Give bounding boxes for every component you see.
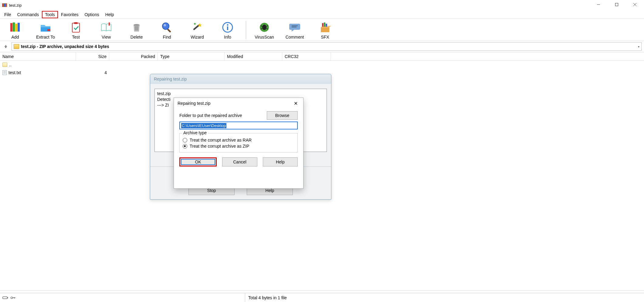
toolbar: Add Extract To Test View Delete Find Wiz…	[0, 19, 644, 41]
menu-help[interactable]: Help	[102, 11, 117, 18]
svg-rect-36	[292, 26, 298, 26]
file-name: test.txt	[8, 70, 21, 75]
svg-rect-18	[135, 26, 136, 30]
tool-label: Add	[12, 35, 19, 39]
dialog-title: Repairing test.zip	[178, 101, 210, 106]
comment-icon	[288, 21, 301, 34]
menubar: File Commands Tools Favorites Options He…	[0, 10, 644, 19]
chevron-down-icon[interactable]: ▾	[638, 45, 639, 48]
tool-find[interactable]: Find	[155, 21, 179, 39]
tool-label: View	[102, 35, 111, 39]
maximize-button[interactable]	[608, 0, 626, 9]
tool-view[interactable]: View	[94, 21, 118, 39]
folder-path-input[interactable]: C:\Users\IEUser\Desktop	[179, 122, 298, 129]
minimize-button[interactable]	[589, 0, 608, 9]
svg-rect-6	[615, 3, 618, 6]
list-item-parent[interactable]: ..	[0, 61, 644, 69]
svg-rect-3	[4, 4, 5, 7]
tool-wizard[interactable]: Wizard	[185, 21, 209, 39]
svg-rect-46	[15, 297, 15, 298]
menu-options[interactable]: Options	[81, 11, 102, 18]
bug-icon	[258, 21, 271, 34]
address-path: test.zip - ZIP archive, unpacked size 4 …	[21, 44, 109, 49]
repair-options-dialog: Repairing test.zip ✕ Folder to put the r…	[174, 98, 303, 189]
radio-rar[interactable]: Treat the corrupt archive as RAR	[183, 138, 294, 142]
folder-icon	[14, 44, 19, 49]
svg-rect-13	[47, 29, 50, 31]
folder-label: Folder to put the repaired archive	[179, 113, 242, 118]
folder-path-value: C:\Users\IEUser\Desktop	[181, 123, 226, 128]
box-books-icon	[318, 21, 332, 34]
tool-info[interactable]: Info	[215, 21, 240, 39]
col-modified[interactable]: Modified	[225, 52, 282, 60]
browse-button[interactable]: Browse	[267, 111, 298, 120]
svg-rect-12	[18, 23, 20, 32]
statusbar: Total 4 bytes in 1 file	[0, 293, 644, 302]
svg-rect-39	[322, 23, 324, 27]
svg-rect-19	[136, 26, 137, 30]
svg-rect-1	[2, 4, 3, 7]
svg-rect-9	[10, 23, 12, 32]
column-headers: Name Size Packed Type Modified CRC32	[0, 52, 644, 61]
window-title: test.zip	[9, 3, 22, 8]
tool-comment[interactable]: Comment	[283, 21, 307, 39]
svg-rect-16	[109, 22, 110, 26]
tool-label: SFX	[321, 35, 329, 39]
close-button[interactable]	[626, 0, 644, 9]
folder-open-icon	[39, 21, 52, 34]
tool-label: Extract To	[36, 35, 55, 39]
radio-label: Treat the corrupt archive as RAR	[190, 138, 252, 142]
radio-icon	[183, 138, 187, 142]
address-input[interactable]: test.zip - ZIP archive, unpacked size 4 …	[12, 42, 642, 51]
tool-delete[interactable]: Delete	[124, 21, 149, 39]
svg-rect-45	[13, 297, 15, 298]
group-title: Archive type	[182, 130, 208, 135]
menu-tools[interactable]: Tools	[42, 11, 58, 18]
winrar-icon	[2, 2, 7, 8]
col-crc32[interactable]: CRC32	[282, 52, 331, 60]
svg-rect-37	[292, 27, 297, 27]
svg-point-28	[227, 24, 229, 26]
svg-rect-11	[15, 24, 17, 32]
wand-icon	[191, 21, 204, 34]
menu-file[interactable]: File	[1, 11, 14, 18]
svg-point-17	[134, 24, 140, 26]
svg-rect-38	[321, 27, 329, 32]
file-size: 4	[76, 70, 109, 75]
tool-label: Comment	[286, 35, 304, 39]
tool-add[interactable]: Add	[3, 21, 27, 39]
dialog-title: Repairing test.zip	[150, 74, 331, 84]
svg-rect-42	[3, 297, 7, 299]
svg-rect-23	[167, 29, 171, 33]
svg-rect-20	[137, 26, 138, 30]
tool-virusscan[interactable]: VirusScan	[252, 21, 276, 39]
col-name[interactable]: Name	[0, 52, 76, 60]
menu-favorites[interactable]: Favorites	[58, 11, 82, 18]
col-packed[interactable]: Packed	[109, 52, 158, 60]
tool-label: Info	[224, 35, 231, 39]
svg-rect-41	[326, 24, 327, 27]
radio-icon	[183, 144, 187, 149]
up-button[interactable]	[2, 43, 9, 50]
svg-rect-43	[8, 297, 8, 298]
tool-label: VirusScan	[255, 35, 274, 39]
tool-label: Delete	[130, 35, 143, 39]
addressbar: test.zip - ZIP archive, unpacked size 4 …	[0, 41, 644, 52]
svg-point-21	[162, 23, 169, 29]
cancel-button[interactable]: Cancel	[222, 157, 257, 166]
col-size[interactable]: Size	[76, 52, 109, 60]
tool-sfx[interactable]: SFX	[313, 21, 337, 39]
radio-label: Treat the corrupt archive as ZIP	[190, 144, 249, 149]
file-icon	[2, 70, 7, 75]
tool-test[interactable]: Test	[64, 21, 88, 39]
ok-button[interactable]: OK	[179, 157, 217, 166]
key-icon	[10, 296, 16, 300]
radio-zip[interactable]: Treat the corrupt archive as ZIP	[183, 144, 294, 149]
help-button[interactable]: Help	[263, 157, 298, 166]
status-text: Total 4 bytes in 1 file	[245, 295, 287, 300]
menu-commands[interactable]: Commands	[14, 11, 42, 18]
svg-rect-29	[227, 26, 228, 30]
close-icon[interactable]: ✕	[291, 99, 300, 108]
tool-extract-to[interactable]: Extract To	[33, 21, 58, 39]
col-type[interactable]: Type	[158, 52, 225, 60]
